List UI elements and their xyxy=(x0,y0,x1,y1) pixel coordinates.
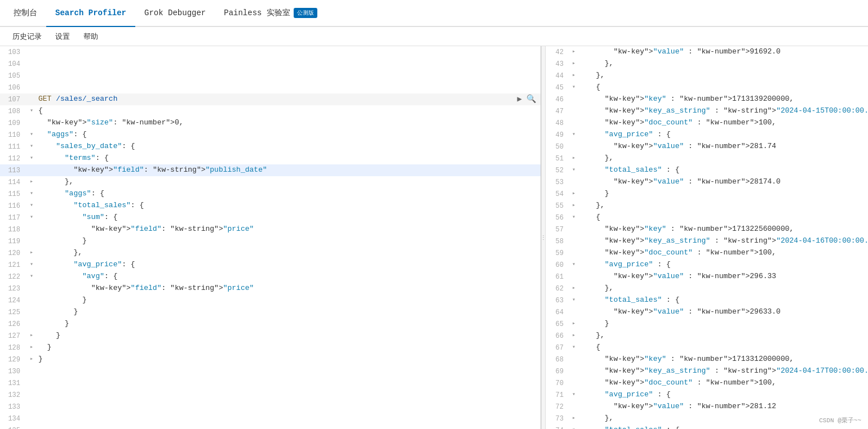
res-fold-icon[interactable]: ▸ xyxy=(569,58,578,70)
editor-line: 121▾ "avg_price": { xyxy=(0,259,541,271)
settings-button[interactable]: 设置 xyxy=(50,29,76,44)
editor-line: 109 "kw-key">"size": "kw-number">0, xyxy=(0,117,541,129)
resize-handle[interactable]: ⋮ xyxy=(541,46,546,429)
res-line-content: "total_sales" : { xyxy=(578,424,868,429)
editor-panel: 103104105106107GET /sales/_search▶🔍108▾{… xyxy=(0,46,541,429)
editor-line: 116▾ "total_sales": { xyxy=(0,200,541,212)
editor-line: 115▾ "aggs": { xyxy=(0,188,541,200)
res-fold-icon[interactable]: ▸ xyxy=(569,46,578,58)
fold-icon[interactable]: ▾ xyxy=(27,212,36,223)
res-line-content: { xyxy=(578,82,868,93)
fold-icon[interactable]: ▾ xyxy=(27,200,36,211)
fold-icon[interactable]: ▾ xyxy=(27,153,36,164)
res-fold-icon[interactable]: ▾ xyxy=(569,82,578,93)
res-line-number: 56 xyxy=(546,212,569,224)
editor-line: 131 xyxy=(0,377,541,389)
help-button[interactable]: 帮助 xyxy=(78,29,104,44)
secondary-toolbar: 历史记录 设置 帮助 xyxy=(0,27,868,46)
fold-icon[interactable]: ▾ xyxy=(27,129,36,140)
tab-grok-debugger[interactable]: Grok Debugger xyxy=(135,0,215,27)
fold-icon[interactable]: ▾ xyxy=(27,259,36,270)
copy-icon[interactable]: 🔍 xyxy=(526,93,536,105)
line-number: 134 xyxy=(0,413,27,424)
line-number: 114 xyxy=(0,176,27,188)
res-fold-icon[interactable]: ▾ xyxy=(569,164,578,176)
response-panel[interactable]: 42▸ "kw-key">"value" : "kw-number">91692… xyxy=(546,46,868,429)
line-content: "avg": { xyxy=(36,271,541,282)
line-content: "aggs": { xyxy=(36,129,541,140)
history-button[interactable]: 历史记录 xyxy=(7,29,47,44)
fold-icon[interactable]: ▾ xyxy=(27,141,36,152)
res-fold-icon[interactable]: ▸ xyxy=(569,318,578,330)
line-content: }, xyxy=(36,176,541,187)
res-fold-icon[interactable]: ▾ xyxy=(569,389,578,401)
res-fold-icon xyxy=(569,271,578,283)
res-fold-icon[interactable]: ▸ xyxy=(569,153,578,164)
tab-console[interactable]: 控制台 xyxy=(5,0,46,27)
response-line: 55▸ }, xyxy=(546,200,868,212)
res-fold-icon[interactable]: ▾ xyxy=(569,294,578,306)
response-line: 57 "kw-key">"key" : "kw-number">17132256… xyxy=(546,224,868,235)
res-fold-icon[interactable]: ▸ xyxy=(569,70,578,82)
editor-line: 112▾ "terms": { xyxy=(0,153,541,164)
fold-icon[interactable]: ▸ xyxy=(27,354,36,365)
editor-line: 105 xyxy=(0,70,541,82)
editor-line: 113 "kw-key">"field": "kw-string">"publi… xyxy=(0,164,541,176)
code-editor: 103104105106107GET /sales/_search▶🔍108▾{… xyxy=(0,46,541,429)
fold-icon[interactable]: ▸ xyxy=(27,176,36,187)
line-actions: ▶🔍 xyxy=(517,93,541,105)
res-line-content: "kw-key">"value" : "kw-number">281.12 xyxy=(578,401,868,413)
response-line: 53 "kw-key">"value" : "kw-number">28174.… xyxy=(546,176,868,188)
editor-line: 111▾ "sales_by_date": { xyxy=(0,141,541,153)
res-line-number: 47 xyxy=(546,105,569,117)
res-line-number: 52 xyxy=(546,164,569,176)
res-fold-icon[interactable]: ▾ xyxy=(569,424,578,429)
res-line-number: 55 xyxy=(546,200,569,212)
res-line-number: 74 xyxy=(546,424,569,429)
line-number: 120 xyxy=(0,247,27,259)
res-line-content: "kw-key">"key" : "kw-number">17131392000… xyxy=(578,93,868,105)
fold-icon[interactable]: ▸ xyxy=(27,342,36,353)
tab-search-profiler[interactable]: Search Profiler xyxy=(46,0,135,27)
line-number: 127 xyxy=(0,330,27,342)
res-fold-icon[interactable]: ▸ xyxy=(569,200,578,212)
res-line-number: 46 xyxy=(546,93,569,105)
res-line-number: 49 xyxy=(546,129,569,141)
line-content: "kw-key">"size": "kw-number">0, xyxy=(36,117,541,128)
editor-line: 134 xyxy=(0,413,541,424)
res-fold-icon[interactable]: ▸ xyxy=(569,283,578,294)
line-content: } xyxy=(36,294,541,306)
res-fold-icon[interactable]: ▸ xyxy=(569,413,578,424)
res-line-content: }, xyxy=(578,200,868,212)
fold-icon[interactable]: ▾ xyxy=(27,271,36,282)
res-fold-icon[interactable]: ▸ xyxy=(569,188,578,200)
res-line-content: }, xyxy=(578,153,868,164)
run-icon[interactable]: ▶ xyxy=(517,93,522,105)
res-line-content: "kw-key">"value" : "kw-number">91692.0 xyxy=(578,46,868,58)
res-fold-icon[interactable]: ▾ xyxy=(569,212,578,224)
res-line-number: 70 xyxy=(546,377,569,389)
beta-badge: 公测版 xyxy=(294,8,317,18)
res-line-content: "kw-key">"doc_count" : "kw-number">100, xyxy=(578,377,868,389)
res-fold-icon[interactable]: ▸ xyxy=(569,330,578,342)
res-fold-icon[interactable]: ▾ xyxy=(569,129,578,141)
line-content: } xyxy=(36,354,541,365)
editor-line: 125 } xyxy=(0,306,541,318)
line-number: 117 xyxy=(0,212,27,224)
line-number: 130 xyxy=(0,365,27,377)
line-content: } xyxy=(36,342,541,353)
fold-icon[interactable]: ▸ xyxy=(27,330,36,341)
line-number: 128 xyxy=(0,342,27,354)
editor-content[interactable]: 103104105106107GET /sales/_search▶🔍108▾{… xyxy=(0,46,541,429)
fold-icon[interactable]: ▸ xyxy=(27,247,36,258)
fold-icon[interactable]: ▾ xyxy=(27,105,36,117)
response-line: 68 "kw-key">"key" : "kw-number">17133120… xyxy=(546,354,868,365)
res-fold-icon[interactable]: ▾ xyxy=(569,342,578,354)
editor-line: 103 xyxy=(0,46,541,58)
response-line: 50 "kw-key">"value" : "kw-number">281.74 xyxy=(546,141,868,153)
response-line: 42▸ "kw-key">"value" : "kw-number">91692… xyxy=(546,46,868,58)
line-number: 122 xyxy=(0,271,27,283)
fold-icon[interactable]: ▾ xyxy=(27,188,36,199)
res-fold-icon[interactable]: ▾ xyxy=(569,259,578,271)
tab-painless[interactable]: Painless 实验室 公测版 xyxy=(215,0,326,27)
